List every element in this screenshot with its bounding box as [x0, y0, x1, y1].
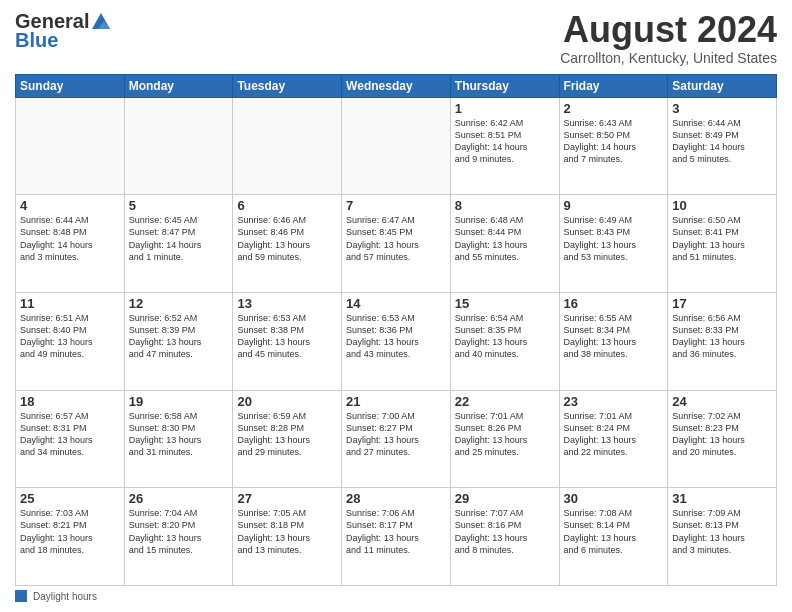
calendar-cell: 5Sunrise: 6:45 AM Sunset: 8:47 PM Daylig… — [124, 195, 233, 293]
cell-day-number: 4 — [20, 198, 120, 213]
calendar-cell: 22Sunrise: 7:01 AM Sunset: 8:26 PM Dayli… — [450, 390, 559, 488]
location: Carrollton, Kentucky, United States — [560, 50, 777, 66]
calendar-cell: 3Sunrise: 6:44 AM Sunset: 8:49 PM Daylig… — [668, 97, 777, 195]
cell-info-text: Sunrise: 7:05 AM Sunset: 8:18 PM Dayligh… — [237, 507, 337, 556]
cell-info-text: Sunrise: 6:57 AM Sunset: 8:31 PM Dayligh… — [20, 410, 120, 459]
cell-info-text: Sunrise: 7:01 AM Sunset: 8:24 PM Dayligh… — [564, 410, 664, 459]
cell-day-number: 21 — [346, 394, 446, 409]
calendar-cell: 19Sunrise: 6:58 AM Sunset: 8:30 PM Dayli… — [124, 390, 233, 488]
cell-info-text: Sunrise: 6:55 AM Sunset: 8:34 PM Dayligh… — [564, 312, 664, 361]
calendar-cell: 29Sunrise: 7:07 AM Sunset: 8:16 PM Dayli… — [450, 488, 559, 586]
cell-info-text: Sunrise: 6:54 AM Sunset: 8:35 PM Dayligh… — [455, 312, 555, 361]
cell-day-number: 24 — [672, 394, 772, 409]
cell-day-number: 25 — [20, 491, 120, 506]
calendar-cell — [16, 97, 125, 195]
cell-info-text: Sunrise: 6:53 AM Sunset: 8:38 PM Dayligh… — [237, 312, 337, 361]
cell-day-number: 16 — [564, 296, 664, 311]
cell-day-number: 9 — [564, 198, 664, 213]
calendar-cell: 23Sunrise: 7:01 AM Sunset: 8:24 PM Dayli… — [559, 390, 668, 488]
logo: General Blue — [15, 10, 113, 52]
cell-info-text: Sunrise: 6:48 AM Sunset: 8:44 PM Dayligh… — [455, 214, 555, 263]
cell-info-text: Sunrise: 6:47 AM Sunset: 8:45 PM Dayligh… — [346, 214, 446, 263]
cell-day-number: 19 — [129, 394, 229, 409]
calendar-table: SundayMondayTuesdayWednesdayThursdayFrid… — [15, 74, 777, 586]
calendar-cell: 13Sunrise: 6:53 AM Sunset: 8:38 PM Dayli… — [233, 292, 342, 390]
cell-info-text: Sunrise: 6:44 AM Sunset: 8:49 PM Dayligh… — [672, 117, 772, 166]
calendar-cell: 6Sunrise: 6:46 AM Sunset: 8:46 PM Daylig… — [233, 195, 342, 293]
cell-day-number: 11 — [20, 296, 120, 311]
calendar-cell: 4Sunrise: 6:44 AM Sunset: 8:48 PM Daylig… — [16, 195, 125, 293]
calendar-cell: 17Sunrise: 6:56 AM Sunset: 8:33 PM Dayli… — [668, 292, 777, 390]
calendar-cell: 1Sunrise: 6:42 AM Sunset: 8:51 PM Daylig… — [450, 97, 559, 195]
cell-info-text: Sunrise: 6:50 AM Sunset: 8:41 PM Dayligh… — [672, 214, 772, 263]
calendar-week-4: 18Sunrise: 6:57 AM Sunset: 8:31 PM Dayli… — [16, 390, 777, 488]
cell-info-text: Sunrise: 7:02 AM Sunset: 8:23 PM Dayligh… — [672, 410, 772, 459]
logo-icon — [90, 11, 112, 33]
calendar-cell: 27Sunrise: 7:05 AM Sunset: 8:18 PM Dayli… — [233, 488, 342, 586]
calendar-header-wednesday: Wednesday — [342, 74, 451, 97]
cell-day-number: 29 — [455, 491, 555, 506]
cell-day-number: 13 — [237, 296, 337, 311]
calendar-cell: 18Sunrise: 6:57 AM Sunset: 8:31 PM Dayli… — [16, 390, 125, 488]
cell-day-number: 28 — [346, 491, 446, 506]
calendar-week-1: 1Sunrise: 6:42 AM Sunset: 8:51 PM Daylig… — [16, 97, 777, 195]
calendar-cell: 30Sunrise: 7:08 AM Sunset: 8:14 PM Dayli… — [559, 488, 668, 586]
calendar-header-row: SundayMondayTuesdayWednesdayThursdayFrid… — [16, 74, 777, 97]
cell-info-text: Sunrise: 7:00 AM Sunset: 8:27 PM Dayligh… — [346, 410, 446, 459]
cell-day-number: 30 — [564, 491, 664, 506]
calendar-header-friday: Friday — [559, 74, 668, 97]
calendar-cell: 28Sunrise: 7:06 AM Sunset: 8:17 PM Dayli… — [342, 488, 451, 586]
cell-info-text: Sunrise: 7:01 AM Sunset: 8:26 PM Dayligh… — [455, 410, 555, 459]
cell-info-text: Sunrise: 6:49 AM Sunset: 8:43 PM Dayligh… — [564, 214, 664, 263]
cell-info-text: Sunrise: 6:46 AM Sunset: 8:46 PM Dayligh… — [237, 214, 337, 263]
calendar-cell: 24Sunrise: 7:02 AM Sunset: 8:23 PM Dayli… — [668, 390, 777, 488]
calendar-cell: 8Sunrise: 6:48 AM Sunset: 8:44 PM Daylig… — [450, 195, 559, 293]
cell-day-number: 15 — [455, 296, 555, 311]
legend-label: Daylight hours — [33, 591, 97, 602]
cell-info-text: Sunrise: 6:45 AM Sunset: 8:47 PM Dayligh… — [129, 214, 229, 263]
cell-day-number: 3 — [672, 101, 772, 116]
cell-day-number: 12 — [129, 296, 229, 311]
legend-box — [15, 590, 27, 602]
month-title: August 2024 — [560, 10, 777, 50]
cell-info-text: Sunrise: 6:52 AM Sunset: 8:39 PM Dayligh… — [129, 312, 229, 361]
calendar-cell: 12Sunrise: 6:52 AM Sunset: 8:39 PM Dayli… — [124, 292, 233, 390]
title-section: August 2024 Carrollton, Kentucky, United… — [560, 10, 777, 66]
cell-day-number: 18 — [20, 394, 120, 409]
cell-info-text: Sunrise: 6:56 AM Sunset: 8:33 PM Dayligh… — [672, 312, 772, 361]
cell-info-text: Sunrise: 6:58 AM Sunset: 8:30 PM Dayligh… — [129, 410, 229, 459]
cell-info-text: Sunrise: 7:06 AM Sunset: 8:17 PM Dayligh… — [346, 507, 446, 556]
cell-day-number: 31 — [672, 491, 772, 506]
calendar-week-3: 11Sunrise: 6:51 AM Sunset: 8:40 PM Dayli… — [16, 292, 777, 390]
calendar-cell: 20Sunrise: 6:59 AM Sunset: 8:28 PM Dayli… — [233, 390, 342, 488]
calendar-header-saturday: Saturday — [668, 74, 777, 97]
cell-info-text: Sunrise: 7:09 AM Sunset: 8:13 PM Dayligh… — [672, 507, 772, 556]
cell-day-number: 26 — [129, 491, 229, 506]
calendar-cell: 7Sunrise: 6:47 AM Sunset: 8:45 PM Daylig… — [342, 195, 451, 293]
cell-day-number: 2 — [564, 101, 664, 116]
logo-blue: Blue — [15, 29, 58, 52]
cell-info-text: Sunrise: 6:44 AM Sunset: 8:48 PM Dayligh… — [20, 214, 120, 263]
calendar-cell: 15Sunrise: 6:54 AM Sunset: 8:35 PM Dayli… — [450, 292, 559, 390]
cell-info-text: Sunrise: 6:43 AM Sunset: 8:50 PM Dayligh… — [564, 117, 664, 166]
cell-info-text: Sunrise: 7:03 AM Sunset: 8:21 PM Dayligh… — [20, 507, 120, 556]
cell-day-number: 7 — [346, 198, 446, 213]
cell-day-number: 1 — [455, 101, 555, 116]
calendar-cell: 10Sunrise: 6:50 AM Sunset: 8:41 PM Dayli… — [668, 195, 777, 293]
header: General Blue August 2024 Carrollton, Ken… — [15, 10, 777, 66]
cell-day-number: 20 — [237, 394, 337, 409]
page: General Blue August 2024 Carrollton, Ken… — [0, 0, 792, 612]
calendar-header-tuesday: Tuesday — [233, 74, 342, 97]
calendar-cell — [342, 97, 451, 195]
calendar-week-5: 25Sunrise: 7:03 AM Sunset: 8:21 PM Dayli… — [16, 488, 777, 586]
cell-day-number: 5 — [129, 198, 229, 213]
cell-info-text: Sunrise: 7:07 AM Sunset: 8:16 PM Dayligh… — [455, 507, 555, 556]
cell-day-number: 6 — [237, 198, 337, 213]
calendar-cell — [233, 97, 342, 195]
calendar-cell: 31Sunrise: 7:09 AM Sunset: 8:13 PM Dayli… — [668, 488, 777, 586]
cell-day-number: 8 — [455, 198, 555, 213]
calendar-cell: 25Sunrise: 7:03 AM Sunset: 8:21 PM Dayli… — [16, 488, 125, 586]
calendar-cell: 2Sunrise: 6:43 AM Sunset: 8:50 PM Daylig… — [559, 97, 668, 195]
cell-info-text: Sunrise: 6:42 AM Sunset: 8:51 PM Dayligh… — [455, 117, 555, 166]
calendar-cell: 26Sunrise: 7:04 AM Sunset: 8:20 PM Dayli… — [124, 488, 233, 586]
